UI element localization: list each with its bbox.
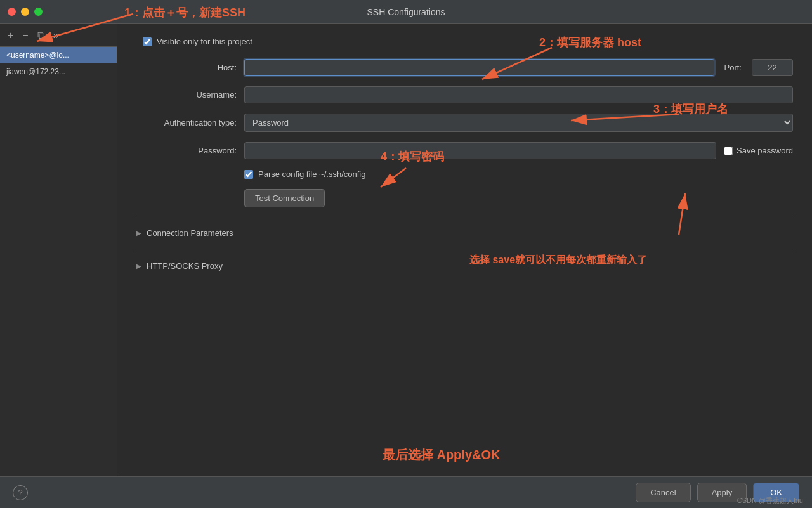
minimize-button[interactable]	[21, 8, 29, 16]
visible-only-label: Visible only for this project	[157, 37, 252, 46]
password-input[interactable]	[244, 142, 716, 159]
sidebar-toolbar: + − ⧉ »	[0, 24, 117, 47]
parse-config-checkbox[interactable]	[244, 170, 253, 179]
save-password-row: Save password	[724, 146, 793, 155]
traffic-lights	[8, 8, 43, 16]
window-title: SSH Configurations	[367, 7, 445, 17]
username-input[interactable]	[244, 86, 793, 103]
copy-button[interactable]: ⧉	[35, 29, 47, 42]
username-row: Username:	[136, 86, 793, 103]
password-label: Password:	[136, 146, 244, 155]
proxy-header[interactable]: ▶ HTTP/SOCKS Proxy	[136, 259, 793, 273]
port-input[interactable]	[752, 59, 793, 76]
chevron-right-icon-2: ▶	[136, 263, 141, 270]
host-label: Host:	[136, 63, 244, 72]
proxy-section: ▶ HTTP/SOCKS Proxy	[136, 251, 793, 281]
parse-config-label: Parse config file ~/.ssh/config	[258, 169, 365, 179]
close-button[interactable]	[8, 8, 16, 16]
main-layout: + − ⧉ » <username>@lo... jiawen@172.23..…	[0, 24, 812, 476]
help-button[interactable]: ?	[13, 485, 28, 500]
content-area: Visible only for this project Host: Port…	[117, 24, 812, 476]
maximize-button[interactable]	[34, 8, 43, 16]
bottom-left: ?	[13, 485, 28, 500]
connection-params-label: Connection Parameters	[147, 228, 233, 238]
test-connection-button[interactable]: Test Connection	[244, 189, 325, 207]
visible-only-row: Visible only for this project	[143, 37, 793, 46]
password-row: Password: Save password	[136, 142, 793, 159]
connection-params-header[interactable]: ▶ Connection Parameters	[136, 226, 793, 240]
auth-type-row: Authentication type: Password Key pair O…	[136, 114, 793, 132]
sidebar: + − ⧉ » <username>@lo... jiawen@172.23..…	[0, 24, 117, 476]
host-row: Host: Port:	[136, 59, 793, 76]
more-button[interactable]: »	[51, 29, 62, 42]
watermark: CSDN @香蕉超人biu_	[737, 496, 807, 505]
host-input[interactable]	[244, 59, 714, 76]
cancel-button[interactable]: Cancel	[636, 483, 690, 502]
connection-params-section: ▶ Connection Parameters	[136, 218, 793, 248]
sidebar-item-1[interactable]: jiawen@172.23...	[0, 63, 117, 80]
parse-config-row: Parse config file ~/.ssh/config	[244, 169, 793, 179]
proxy-label: HTTP/SOCKS Proxy	[147, 261, 223, 271]
visible-only-checkbox[interactable]	[143, 37, 152, 46]
add-button[interactable]: +	[5, 29, 16, 42]
save-password-label: Save password	[737, 146, 793, 155]
bottom-bar: ? Cancel Apply OK	[0, 476, 812, 508]
remove-button[interactable]: −	[20, 29, 30, 42]
auth-type-select[interactable]: Password Key pair OpenSSH config and aut…	[244, 114, 793, 132]
port-label: Port:	[724, 63, 742, 72]
save-password-checkbox[interactable]	[724, 147, 733, 155]
title-bar: SSH Configurations	[0, 0, 812, 24]
chevron-right-icon: ▶	[136, 230, 141, 237]
auth-type-label: Authentication type:	[136, 118, 244, 127]
sidebar-item-0[interactable]: <username>@lo...	[0, 47, 117, 63]
username-label: Username:	[136, 90, 244, 100]
